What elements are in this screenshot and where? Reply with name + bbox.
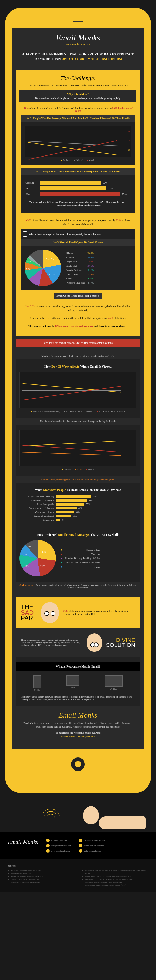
hr-line-t bbox=[22, 452, 121, 456]
sources: Sources: Return Path — Marketwire – Marc… bbox=[0, 859, 156, 892]
tablet-screen-icon bbox=[66, 675, 79, 686]
hourly-chart bbox=[19, 430, 137, 466]
hbar-uk-lbl: UK bbox=[25, 187, 40, 190]
chart1-title: % Of People Who Use Desktop, Webmail And… bbox=[21, 115, 135, 122]
content: Email Monks www.emailmonks.com ADAPT MOB… bbox=[12, 28, 144, 749]
mot-1: Know the title of my emails60% bbox=[19, 499, 137, 502]
dow-line-w bbox=[22, 390, 121, 391]
red-banner: Consumers are adapting mobiles for routi… bbox=[16, 339, 140, 347]
hbar-usa-lbl: USA bbox=[25, 193, 40, 196]
iphone-bar: iPhone leads amongst all the email clien… bbox=[21, 229, 135, 239]
final-link[interactable]: www.emailmonks.com/airplane.html bbox=[61, 735, 95, 738]
hbar-au: Australia 57% bbox=[25, 180, 131, 185]
pie2-item-2: ■ Realtime Delivery Tracking of Order bbox=[61, 556, 100, 560]
monk-hand-icon bbox=[99, 816, 146, 829]
iphone-bar-text: iPhone leads amongst all the email clien… bbox=[29, 233, 101, 235]
dow-section: How Day Of Week Affects Where Email Is V… bbox=[16, 360, 140, 418]
chart2-title: % Of People Who Check Their Emails Via S… bbox=[21, 168, 135, 175]
dow-line-m bbox=[23, 386, 121, 400]
contact-facebook[interactable]: facebook.com/emailmonks bbox=[79, 838, 106, 842]
contact-mail[interactable]: hello@emailmonks.com bbox=[46, 844, 74, 848]
legend-mobile: Mobile bbox=[87, 159, 95, 161]
ns-l2e: of the time. bbox=[113, 317, 126, 320]
pie2-note-lbl: Savings attract! bbox=[19, 584, 35, 586]
pie1-chart: 22.09% 18.83% 9.28 7.24 bbox=[25, 250, 61, 286]
pie2-v4: 10% bbox=[27, 545, 32, 548]
pie2-note-txt: Promotional emails with special offers, … bbox=[36, 584, 137, 589]
sources-title: Sources: bbox=[8, 864, 74, 867]
device-row: Mobile Tablet Desktop bbox=[21, 675, 135, 692]
final-p2: To experience the responsive emails live… bbox=[56, 732, 101, 734]
hr-leg-d: Desktop bbox=[62, 468, 71, 471]
pie1-section: 22.09% 18.83% 9.28 7.24 iPhone22.09% Out… bbox=[21, 246, 135, 290]
hbar-au-val: 57% bbox=[103, 181, 107, 184]
divider3 bbox=[16, 594, 140, 594]
pie1-item-2: Apple iPad12.6% bbox=[66, 259, 94, 264]
monk-head-icon bbox=[83, 806, 99, 824]
stat43-t1: of mobile email users check email four o… bbox=[32, 219, 116, 222]
divine-text: There are responsive mobile design and c… bbox=[21, 638, 83, 646]
sad-text: 75% of the companies do not create mobil… bbox=[63, 609, 135, 615]
brand-url[interactable]: www.emailmonks.com bbox=[16, 43, 140, 45]
phone-home-button[interactable] bbox=[70, 756, 86, 772]
hourly-legend: Desktop Tablets Mobile bbox=[19, 468, 137, 471]
device-tablet: Tablet bbox=[66, 675, 79, 692]
dow-title: How Day Of Week Affects Where Email Is V… bbox=[19, 365, 137, 369]
contact-gplus[interactable]: gplus.to/emailmonks bbox=[79, 849, 106, 853]
src-2: Merkle – View From the Digital Inbox 201… bbox=[11, 875, 74, 878]
pie1-item-4: Google Android8.47% bbox=[66, 268, 94, 272]
brand-logo: Email Monks bbox=[16, 33, 140, 43]
sad-part: THE SAD PART 75% of the companies do not… bbox=[16, 597, 140, 628]
pie2-section: Most Preferred Mobile Email Messages Tha… bbox=[16, 528, 140, 582]
dow-chart bbox=[19, 372, 137, 408]
stat43-pct2: 29% bbox=[116, 219, 121, 222]
dow-leg-m: % of Emails viewed on Mobile bbox=[97, 410, 125, 413]
hbar-au-bar bbox=[40, 180, 101, 185]
resp-header: What is Responsive Mobile Email? bbox=[16, 662, 140, 671]
chart2: Australia 57% UK 62% USA 75% These s bbox=[21, 175, 135, 213]
infographic-page: Email Monks www.emailmonks.com ADAPT MOB… bbox=[0, 0, 156, 892]
line-webmail bbox=[28, 141, 118, 146]
src-5: Eating From the Lunch — Internet Adverti… bbox=[85, 869, 148, 875]
legend-desktop: Desktop bbox=[61, 159, 70, 161]
responsive-section: What is Responsive Mobile Email? Mobile … bbox=[16, 657, 140, 706]
home-button-inner bbox=[75, 761, 81, 767]
chart1-val-43: 43 bbox=[128, 139, 130, 141]
footer: Email Monks +1 213 674 MONK facebook.com… bbox=[0, 832, 156, 859]
phone-frame: Email Monks www.emailmonks.com ADAPT MOB… bbox=[5, 8, 151, 793]
contact-phone[interactable]: +1 213 674 MONK bbox=[46, 838, 74, 842]
pie1-seg-c: 9.28 bbox=[27, 260, 32, 262]
ns-l1p: Just 3.3% bbox=[25, 305, 35, 308]
pie2-item-4: ■ News bbox=[61, 565, 100, 569]
chart1-val-63: 63 bbox=[128, 131, 130, 133]
mot-5: Star ones, I want to read30% bbox=[19, 515, 137, 517]
mot-3: Easy to review email that way40% bbox=[19, 507, 137, 509]
pie1-item-1: Outlook18.83% bbox=[66, 255, 94, 259]
contact-web[interactable]: www.emailmonks.com bbox=[46, 849, 74, 853]
mobile-pref-note: Mobile is the most preferred device for … bbox=[16, 353, 140, 360]
stat-43-29: 43% of mobile email users check email fo… bbox=[21, 215, 135, 229]
pie1-seg-b: 18.83% bbox=[48, 273, 55, 276]
src-7: Beyond the Click: The Indirect Value of … bbox=[85, 878, 148, 881]
contact-twitter[interactable]: twitter.com/emailmonks bbox=[79, 844, 106, 848]
hourly-section: Desktop Tablets Mobile bbox=[16, 425, 140, 476]
footer-contacts: +1 213 674 MONK facebook.com/emailmonks … bbox=[46, 838, 107, 853]
headline-line2-pct: 50% OF YOUR EMAIL SUBSCRIBERS! bbox=[61, 57, 122, 61]
src-9: eConsultancy 'Email Marketing Industry C… bbox=[85, 884, 148, 887]
motivate-title: What Motivates People To Read Emails On … bbox=[19, 488, 137, 492]
divine-title: DIVINE SOLUTION bbox=[106, 638, 135, 648]
stat-rest: of emails are read over mobile devices a… bbox=[29, 107, 112, 110]
why-title: Why it is critical? bbox=[22, 92, 134, 96]
src-6: Epsilon Email Trac Since of Mobile Messa… bbox=[85, 875, 148, 878]
pie1-item-0: iPhone22.09% bbox=[66, 251, 94, 255]
pie1-wrap: 22.09% 18.83% 9.28 7.24 iPhone22.09% Out… bbox=[25, 250, 131, 286]
mot-6: See ads I like8% bbox=[19, 519, 137, 521]
stat-43-rise: 43% of emails are read over mobile devic… bbox=[21, 105, 135, 115]
why-banner: Why it is critical? Because the use of m… bbox=[19, 90, 137, 102]
line-desktop bbox=[28, 142, 118, 155]
device-desktop: Desktop bbox=[104, 675, 123, 692]
ns-l1: of users have viewed a single email in m… bbox=[36, 305, 131, 312]
hbar-usa: USA 75% bbox=[25, 192, 131, 196]
resp-text: Responsive email design uses CSS3 media … bbox=[21, 695, 135, 701]
src-1: emarsys mobile diary 2013 bbox=[11, 872, 74, 875]
